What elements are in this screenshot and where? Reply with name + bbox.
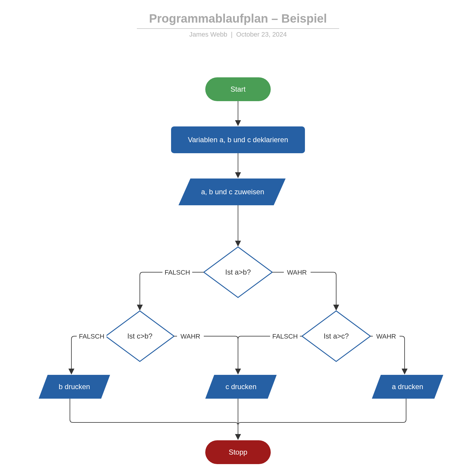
node-declare: Variablen a, b und c deklarieren [171, 126, 305, 153]
node-decision-a-gt-c: Ist a>c? [302, 311, 370, 361]
node-decision-c-gt-b: Ist c>b? [106, 311, 174, 361]
edge-b-stop [70, 399, 238, 439]
node-output-c: c drucken [205, 375, 277, 399]
svg-text:Stopp: Stopp [229, 448, 248, 456]
label-d2-true: WAHR [181, 333, 200, 340]
edge-d1-false [140, 272, 204, 309]
edge-d3-true [370, 336, 405, 373]
label-d1-true: WAHR [287, 269, 307, 276]
svg-text:Ist a>b?: Ist a>b? [225, 268, 251, 276]
svg-text:Variablen a, b und c deklarier: Variablen a, b und c deklarieren [188, 136, 288, 144]
node-decision-a-gt-b: Ist a>b? [204, 247, 272, 298]
svg-text:a drucken: a drucken [392, 383, 423, 391]
edge-a-stop [238, 399, 406, 439]
svg-text:b drucken: b drucken [59, 383, 90, 391]
edge-d2-true [174, 336, 238, 373]
label-d1-false: FALSCH [165, 269, 190, 276]
edge-d3-false [238, 336, 302, 373]
node-stop: Stopp [205, 440, 271, 464]
flowchart-canvas: Start Variablen a, b und c deklarieren a… [0, 0, 476, 476]
node-assign: a, b und c zuweisen [178, 178, 286, 205]
svg-text:Ist c>b?: Ist c>b? [127, 332, 153, 340]
label-d3-true: WAHR [376, 333, 396, 340]
edge-d2-false [71, 336, 106, 373]
svg-text:c drucken: c drucken [226, 383, 256, 391]
edge-d1-true [272, 272, 336, 309]
svg-text:Start: Start [231, 85, 246, 93]
node-output-b: b drucken [39, 375, 110, 399]
node-output-a: a drucken [372, 375, 443, 399]
svg-text:a, b und c zuweisen: a, b und c zuweisen [201, 188, 264, 196]
label-d2-false: FALSCH [79, 333, 104, 340]
node-start: Start [205, 77, 271, 101]
label-d3-false: FALSCH [272, 333, 298, 340]
svg-text:Ist a>c?: Ist a>c? [324, 332, 349, 340]
